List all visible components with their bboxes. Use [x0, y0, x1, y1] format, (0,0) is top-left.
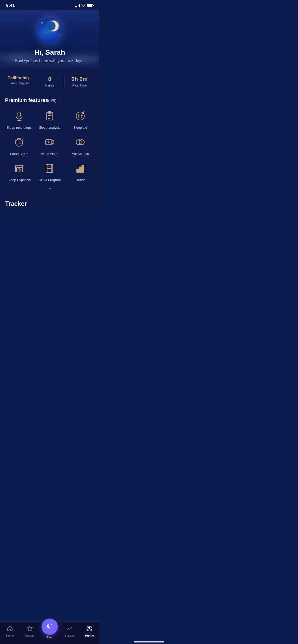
feature-video-alarm[interactable]: Video Alarm: [36, 135, 64, 156]
premium-count: (0/9): [48, 98, 57, 103]
feature-sleep-analysis[interactable]: Sleep analysis: [36, 108, 64, 129]
feature-cbti-program-label: CBT-I Program: [39, 178, 61, 182]
svg-marker-15: [48, 141, 49, 143]
chevron-up-icon: ⌃: [48, 187, 52, 193]
stat-time-label: Avg. Time: [65, 83, 94, 87]
feature-mix-sounds-label: Mix Sounds: [72, 152, 89, 156]
notebook-icon: [45, 163, 55, 173]
svg-text:z: z: [83, 111, 84, 113]
stat-avg-time: 0h 0m Avg. Time: [65, 76, 94, 87]
svg-rect-30: [82, 165, 84, 172]
bar-chart-icon: [75, 163, 85, 173]
stat-quality-value: Calibrating...: [5, 76, 35, 80]
status-icons: [75, 4, 93, 8]
svg-point-10: [81, 115, 82, 116]
svg-point-9: [78, 115, 79, 116]
greeting-container: Hi, Sarah ShutEye has been with you for …: [0, 48, 99, 63]
stat-nights-value: 0: [35, 76, 64, 82]
clipboard-icon: [45, 111, 55, 121]
feature-sleep-recordings[interactable]: Sleep recordings: [5, 108, 33, 129]
premium-title: Premium features(0/9): [5, 97, 94, 103]
svg-rect-28: [77, 169, 79, 172]
feature-sleep-analysis-label: Sleep analysis: [39, 126, 60, 129]
battery-icon: [87, 4, 93, 7]
premium-section: Premium features(0/9) Sleep recordings: [0, 92, 99, 184]
feature-smart-alarm-label: Smart Alarm: [10, 152, 28, 156]
svg-rect-0: [18, 112, 20, 117]
sleepy-face-icon: Z z: [75, 111, 85, 121]
greeting-name: Hi, Sarah: [5, 48, 94, 56]
feature-smart-alarm[interactable]: Smart Alarm: [5, 135, 33, 156]
status-bar: 9:41: [0, 0, 99, 10]
status-time: 9:41: [6, 3, 15, 8]
wifi-icon: [81, 4, 85, 8]
tracker-label: Tracker: [0, 198, 99, 209]
expand-section[interactable]: ⌃: [0, 184, 99, 198]
stat-time-value: 0h 0m: [65, 76, 94, 82]
feature-sleep-hypnosis[interactable]: Sleep Hypnosis: [5, 161, 33, 182]
greeting-subtitle: ShutEye has been with you for 5 days.: [5, 58, 94, 63]
feature-trends-label: Trends: [75, 178, 85, 182]
feature-sleep-hypnosis-label: Sleep Hypnosis: [8, 178, 31, 182]
stat-quality-label: Avg. Quality: [5, 81, 35, 85]
svg-point-21: [19, 170, 20, 170]
video-icon: [45, 137, 55, 147]
mic-icon: [14, 111, 24, 121]
stats-section: Calibrating... Avg. Quality 0 Nights 0h …: [0, 68, 99, 92]
feature-sleep-aid-label: Sleep aid: [73, 126, 87, 129]
mix-sounds-icon: [75, 137, 85, 147]
feature-cbti-program[interactable]: CBT-I Program: [36, 161, 64, 182]
feature-video-alarm-label: Video Alarm: [41, 152, 59, 156]
stat-nights-label: Nights: [35, 83, 64, 87]
stat-nights: 0 Nights: [35, 76, 65, 87]
signal-icon: [75, 4, 80, 7]
music-box-icon: [14, 163, 24, 173]
features-grid: Sleep recordings Sleep analysis: [5, 108, 94, 182]
stat-avg-quality: Calibrating... Avg. Quality: [5, 76, 35, 87]
feature-mix-sounds[interactable]: Mix Sounds: [66, 135, 94, 156]
feature-sleep-recordings-label: Sleep recordings: [7, 126, 32, 129]
svg-rect-29: [79, 167, 81, 172]
hero-section: Hi, Sarah ShutEye has been with you for …: [0, 10, 99, 68]
feature-sleep-aid[interactable]: Z z Sleep aid: [66, 108, 94, 129]
svg-point-16: [76, 140, 81, 145]
alarm-icon: [14, 137, 24, 147]
feature-trends[interactable]: Trends: [66, 161, 94, 182]
moon-logo: [0, 10, 99, 48]
